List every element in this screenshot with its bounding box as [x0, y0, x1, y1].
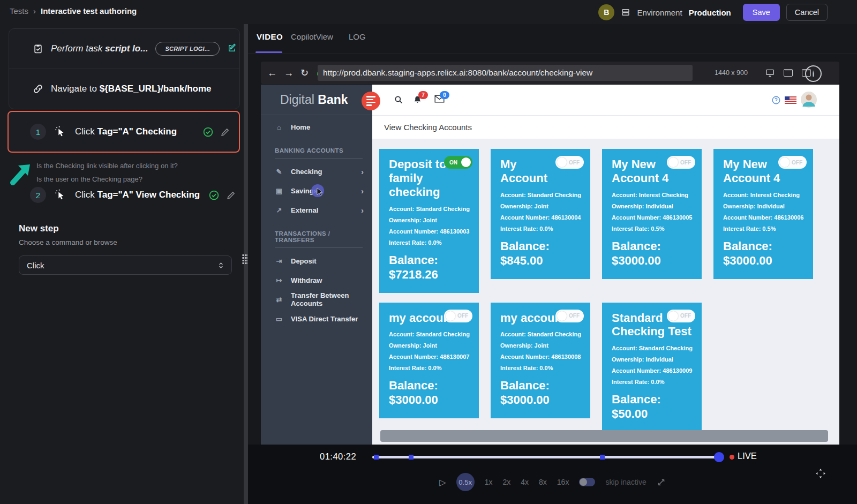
messages-mail-icon[interactable]: 0 — [434, 95, 444, 104]
script-login-chip[interactable]: SCRIPT LOGI... — [155, 42, 220, 56]
step-1-selected[interactable]: 1 Click Tag="A" Checking — [7, 111, 240, 153]
play-icon[interactable]: ▷ — [439, 477, 446, 487]
toggle-knob — [461, 157, 471, 167]
sidebar-item-label: Deposit — [291, 257, 317, 265]
speed-16x[interactable]: 16x — [557, 478, 569, 486]
timeline-marker[interactable] — [600, 455, 605, 460]
sidebar-item-visa-direct-transfer[interactable]: ▭VISA Direct Transfer — [261, 309, 372, 328]
account-card[interactable]: My New Account 4OFFAccount: Interest Che… — [602, 149, 702, 279]
toggle-knob — [668, 311, 678, 321]
monitor-icon[interactable] — [765, 69, 775, 77]
bank-logo: Digital Bank — [261, 85, 372, 115]
skip-inactive-toggle[interactable] — [579, 478, 595, 486]
timeline-track[interactable] — [372, 456, 722, 458]
account-toggle[interactable]: OFF — [778, 156, 807, 169]
breadcrumb-tests[interactable]: Tests — [10, 6, 28, 16]
card-icon: ▭ — [275, 315, 283, 323]
step-2[interactable]: 2 Click Tag="A" View Checking — [7, 183, 240, 207]
account-toggle[interactable]: OFF — [667, 156, 695, 169]
withdraw-icon: ↦ — [275, 276, 283, 284]
account-card[interactable]: My AccountOFFAccount: Standard CheckingO… — [491, 149, 590, 279]
timeline-marker[interactable] — [374, 455, 379, 460]
account-card[interactable]: Deposit to family checkingONAccount: Sta… — [379, 149, 479, 293]
hamburger-menu-button[interactable] — [362, 92, 380, 110]
speed-2x[interactable]: 2x — [502, 478, 510, 486]
user-avatar[interactable] — [801, 92, 810, 101]
command-select[interactable]: Click — [19, 255, 232, 275]
sidebar-item-withdraw[interactable]: ↦Withdraw — [261, 270, 372, 290]
account-card[interactable]: my accountOFFAccount: Standard CheckingO… — [491, 303, 590, 419]
sidebar-item-home[interactable]: ⌂ Home — [261, 117, 372, 137]
account-detail: Interest Rate: 0.5% — [612, 225, 692, 232]
checking-icon: ✎ — [275, 168, 283, 176]
notifications-badge: 7 — [418, 91, 428, 99]
save-button[interactable]: Save — [743, 4, 780, 21]
perform-task-step[interactable]: Perform task script lo... SCRIPT LOGI... — [9, 29, 239, 69]
tab-copilotview[interactable]: CopilotView — [291, 32, 333, 41]
info-icon[interactable]: i — [805, 65, 822, 82]
account-detail: Ownership: Individual — [723, 203, 803, 209]
tab-video[interactable]: VIDEO — [257, 32, 283, 41]
back-icon[interactable]: ← — [267, 68, 277, 78]
speed-8x[interactable]: 8x — [539, 478, 547, 486]
playhead-handle[interactable] — [714, 452, 724, 462]
live-label[interactable]: LIVE — [738, 451, 757, 461]
account-cards: Deposit to family checkingONAccount: Sta… — [379, 149, 832, 432]
account-detail: Interest Rate: 0.0% — [389, 365, 469, 371]
account-detail: Interest Rate: 0.0% — [500, 225, 581, 232]
toggle-state-label: OFF — [457, 313, 468, 319]
account-detail: Ownership: Joint — [389, 217, 469, 223]
account-toggle[interactable]: OFF — [555, 156, 584, 169]
notifications-bell-icon[interactable]: 7 — [413, 95, 423, 104]
speed-1x[interactable]: 1x — [485, 478, 493, 486]
horizontal-scrollbar[interactable] — [380, 430, 828, 442]
timeline-marker[interactable] — [409, 455, 414, 460]
window-icon[interactable] — [784, 69, 793, 77]
account-card[interactable]: my accountOFFAccount: Standard CheckingO… — [379, 303, 479, 419]
sidebar-item-checking[interactable]: ✎Checking› — [261, 162, 372, 181]
sidebar-item-transfer-between-accounts[interactable]: ⇄Transfer Between Accounts — [261, 290, 372, 309]
avatar[interactable]: B — [598, 4, 614, 20]
fullscreen-icon[interactable] — [657, 478, 666, 487]
savings-icon: ▣ — [275, 187, 283, 195]
help-icon[interactable] — [771, 95, 781, 105]
edit-pencil-icon[interactable] — [226, 190, 236, 200]
account-detail: Interest Rate: 0.5% — [723, 225, 803, 232]
toggle-state-label: OFF — [792, 160, 802, 166]
edit-pencil-icon[interactable] — [220, 127, 230, 137]
account-toggle[interactable]: ON — [444, 156, 472, 169]
account-detail: Account: Standard Checking — [612, 345, 692, 351]
edit-script-icon[interactable] — [227, 43, 238, 54]
account-detail: Ownership: Individual — [612, 203, 692, 209]
sidebar-item-external[interactable]: ↗External› — [261, 200, 372, 220]
environment-value[interactable]: Production — [689, 8, 731, 17]
toggle-state-label: OFF — [569, 160, 580, 166]
account-toggle[interactable]: OFF — [444, 310, 472, 322]
panel-resize-handle[interactable] — [244, 24, 248, 504]
speed-4x[interactable]: 4x — [521, 478, 529, 486]
account-toggle[interactable]: OFF — [555, 310, 584, 322]
speed-0.5x[interactable]: 0.5x — [456, 473, 475, 491]
navigate-step[interactable]: Navigate to ${BASE_URL}/bank/home — [9, 69, 239, 109]
search-icon[interactable] — [394, 95, 403, 104]
breadcrumb-separator: › — [33, 6, 36, 16]
account-detail: Account Number: 486130009 — [612, 367, 692, 374]
sidebar-item-savings[interactable]: ▣Savings› — [261, 181, 372, 200]
forward-icon[interactable]: → — [284, 68, 294, 78]
account-card[interactable]: My New Account 4OFFAccount: Interest Che… — [713, 149, 813, 279]
language-flag-icon[interactable] — [785, 96, 794, 106]
breadcrumb: Tests › Interactive test authoring — [10, 6, 137, 16]
sidebar-item-label: Checking — [291, 168, 322, 176]
cancel-button[interactable]: Cancel — [786, 4, 828, 21]
sidebar-item-deposit[interactable]: ⇥Deposit — [261, 251, 372, 270]
sidebar-item-label: Withdraw — [291, 276, 322, 284]
cursor-click-icon — [55, 126, 66, 138]
account-balance: Balance: $845.00 — [500, 239, 581, 268]
account-detail: Interest Rate: 0.0% — [612, 379, 692, 385]
tab-log[interactable]: LOG — [349, 32, 366, 41]
account-card[interactable]: Standard Checking TestOFFAccount: Standa… — [602, 303, 702, 433]
account-toggle[interactable]: OFF — [667, 310, 695, 322]
account-detail: Account: Interest Checking — [612, 192, 692, 198]
url-field[interactable]: http://prod.dbank.staging-apps.relicx.ai… — [318, 65, 693, 81]
reload-icon[interactable]: ↻ — [300, 68, 309, 78]
